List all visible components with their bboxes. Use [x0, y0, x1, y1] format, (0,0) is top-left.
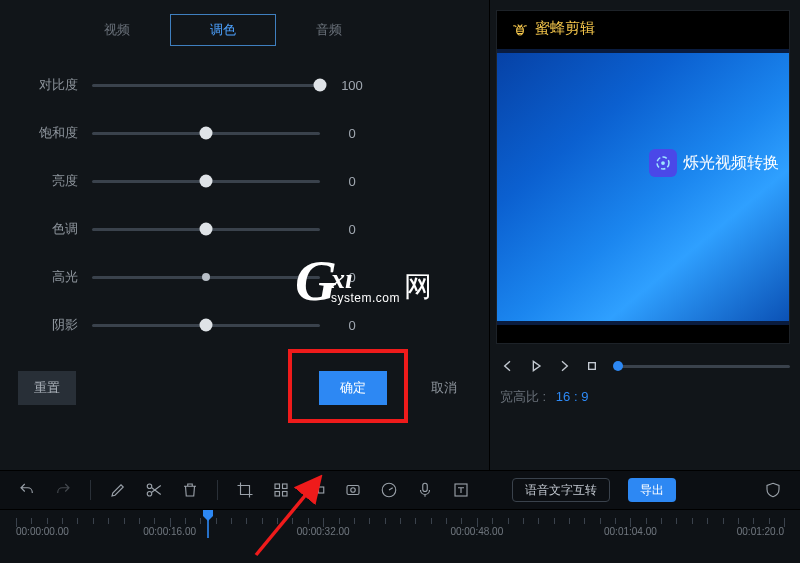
svg-rect-10 [310, 487, 315, 493]
slider-label: 高光 [18, 268, 78, 286]
converter-icon [649, 149, 677, 177]
scissors-icon[interactable] [145, 481, 163, 499]
preview-panel: 蜜蜂剪辑 烁光视频转换 [490, 0, 800, 470]
slider-label: 饱和度 [18, 124, 78, 142]
slider-track[interactable] [92, 180, 320, 183]
speed-icon[interactable] [380, 481, 398, 499]
preview-title-text: 蜜蜂剪辑 [535, 19, 595, 38]
slider-label: 亮度 [18, 172, 78, 190]
crop-icon[interactable] [236, 481, 254, 499]
tick-label: 00:00:00.00 [16, 526, 69, 537]
slider-thumb[interactable] [202, 273, 210, 281]
separator [90, 480, 91, 500]
svg-rect-6 [275, 484, 280, 489]
tab-video[interactable]: 视频 [64, 14, 170, 46]
svg-point-5 [147, 492, 152, 497]
timeline[interactable]: 00:00:00.0000:00:16.0000:00:32.0000:00:4… [0, 510, 800, 563]
slider-row: 阴影 0 [18, 314, 473, 336]
slider-value: 0 [334, 270, 370, 285]
color-panel: 视频 调色 音频 对比度 100 饱和度 0 亮度 0 色调 0 高光 0 [0, 0, 490, 470]
slider-row: 色调 0 [18, 218, 473, 240]
slider-value: 0 [334, 318, 370, 333]
tab-color[interactable]: 调色 [170, 14, 276, 46]
timeline-ruler[interactable]: 00:00:00.0000:00:16.0000:00:32.0000:00:4… [16, 518, 784, 546]
slider-value: 0 [334, 126, 370, 141]
slider-thumb[interactable] [200, 223, 213, 236]
export-button[interactable]: 导出 [628, 478, 676, 502]
video-frame: 烁光视频转换 [497, 49, 789, 325]
slider-label: 对比度 [18, 76, 78, 94]
playback-controls [496, 358, 790, 374]
scrub-bar[interactable] [618, 365, 790, 368]
separator [217, 480, 218, 500]
actions-row: 重置 确定 取消 [18, 358, 473, 418]
cancel-button[interactable]: 取消 [415, 371, 473, 405]
mosaic-icon[interactable] [272, 481, 290, 499]
slider-row: 亮度 0 [18, 170, 473, 192]
undo-icon[interactable] [18, 481, 36, 499]
next-button[interactable] [556, 358, 572, 374]
trash-icon[interactable] [181, 481, 199, 499]
tick-label: 00:00:32.00 [297, 526, 350, 537]
panel-tabs: 视频 调色 音频 [64, 14, 473, 46]
slider-track[interactable] [92, 276, 320, 279]
tick-label: 00:01:04.00 [604, 526, 657, 537]
svg-rect-7 [283, 484, 288, 489]
slider-value: 100 [334, 78, 370, 93]
reset-button[interactable]: 重置 [18, 371, 76, 405]
aspect-ratio-row: 宽高比 : 16 : 9 [496, 388, 790, 406]
merge-icon[interactable] [308, 481, 326, 499]
slider-row: 对比度 100 [18, 74, 473, 96]
svg-rect-15 [423, 483, 428, 491]
slider-label: 阴影 [18, 316, 78, 334]
slider-track[interactable] [92, 84, 320, 87]
stop-button[interactable] [584, 358, 600, 374]
desktop-app-label: 烁光视频转换 [683, 153, 779, 174]
tick-label: 00:00:16.00 [143, 526, 196, 537]
slider-thumb[interactable] [200, 319, 213, 332]
slider-thumb[interactable] [200, 175, 213, 188]
slider-row: 饱和度 0 [18, 122, 473, 144]
slider-thumb[interactable] [200, 127, 213, 140]
svg-point-4 [147, 484, 152, 489]
tick-label: 00:01:20.0 [737, 526, 784, 537]
redo-icon[interactable] [54, 481, 72, 499]
desktop-app-icon: 烁光视频转换 [649, 149, 779, 177]
mic-icon[interactable] [416, 481, 434, 499]
svg-rect-12 [347, 486, 359, 495]
text-icon[interactable] [452, 481, 470, 499]
slider-track[interactable] [92, 324, 320, 327]
svg-rect-11 [319, 487, 324, 493]
slider-track[interactable] [92, 132, 320, 135]
slider-list: 对比度 100 饱和度 0 亮度 0 色调 0 高光 0 阴影 0 [18, 74, 473, 336]
slider-value: 0 [334, 222, 370, 237]
slider-label: 色调 [18, 220, 78, 238]
slider-row: 高光 0 [18, 266, 473, 288]
slider-track[interactable] [92, 228, 320, 231]
aspect-value[interactable]: 16 : 9 [556, 389, 589, 404]
svg-rect-8 [275, 492, 280, 497]
bee-icon [511, 20, 529, 38]
prev-button[interactable] [500, 358, 516, 374]
tick-label: 00:00:48.00 [450, 526, 503, 537]
aspect-label: 宽高比 : [500, 389, 546, 404]
pencil-icon[interactable] [109, 481, 127, 499]
svg-rect-17 [207, 520, 209, 538]
slider-thumb[interactable] [314, 79, 327, 92]
scrub-handle[interactable] [613, 361, 623, 371]
ok-button[interactable]: 确定 [319, 371, 387, 405]
svg-point-2 [661, 161, 665, 165]
video-preview[interactable]: 蜜蜂剪辑 烁光视频转换 [496, 10, 790, 344]
playhead[interactable] [203, 510, 213, 538]
tab-audio[interactable]: 音频 [276, 14, 382, 46]
play-button[interactable] [528, 358, 544, 374]
svg-point-13 [351, 488, 356, 493]
record-icon[interactable] [344, 481, 362, 499]
svg-rect-3 [589, 363, 596, 370]
shield-icon[interactable] [764, 481, 782, 499]
voice-text-button[interactable]: 语音文字互转 [512, 478, 610, 502]
preview-app-title: 蜜蜂剪辑 [511, 19, 595, 38]
toolbar: 语音文字互转 导出 [0, 470, 800, 510]
svg-rect-9 [283, 492, 288, 497]
slider-value: 0 [334, 174, 370, 189]
